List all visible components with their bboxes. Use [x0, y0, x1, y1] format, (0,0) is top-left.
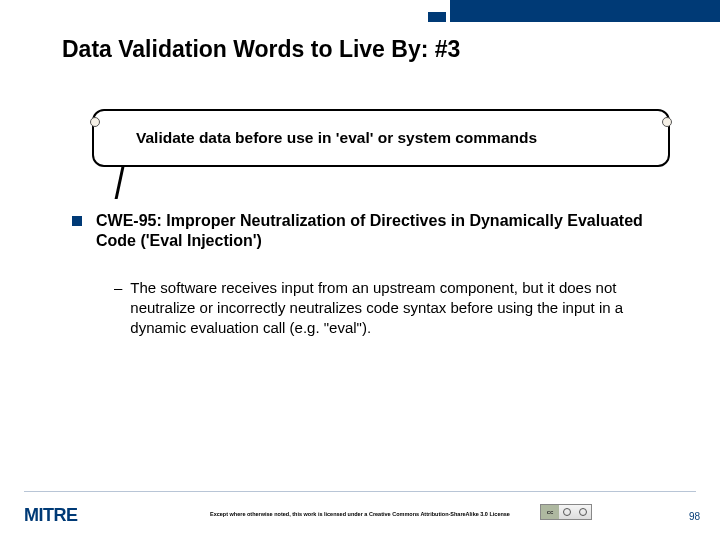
cc-label: cc: [541, 505, 559, 519]
cc-icons: [559, 508, 591, 516]
callout-box: Validate data before use in 'eval' or sy…: [92, 109, 670, 167]
cc-license-badge-icon: cc: [540, 504, 592, 520]
callout-pointer-icon: [115, 167, 125, 199]
callout-text: Validate data before use in 'eval' or sy…: [92, 109, 670, 167]
bullet-text: CWE-95: Improper Neutralization of Direc…: [96, 211, 680, 252]
slide-content: Data Validation Words to Live By: #3 Val…: [62, 36, 680, 339]
cc-by-icon: [563, 508, 571, 516]
accent-big-bar: [450, 0, 720, 22]
footer-divider: [24, 491, 696, 492]
license-text: Except where otherwise noted, this work …: [210, 511, 510, 517]
cc-sa-icon: [579, 508, 587, 516]
mitre-logo: MITRE: [24, 505, 78, 526]
scroll-knob-left-icon: [90, 117, 100, 127]
header-accent: [428, 0, 720, 22]
dash-icon: –: [114, 278, 122, 339]
bullet-item: CWE-95: Improper Neutralization of Direc…: [72, 211, 680, 252]
accent-small-bar: [428, 12, 446, 22]
scroll-knob-right-icon: [662, 117, 672, 127]
slide-title: Data Validation Words to Live By: #3: [62, 36, 680, 63]
sub-bullet-text: The software receives input from an upst…: [130, 278, 680, 339]
bullet-square-icon: [72, 216, 82, 226]
page-number: 98: [689, 511, 700, 522]
sub-bullet-item: – The software receives input from an up…: [114, 278, 680, 339]
